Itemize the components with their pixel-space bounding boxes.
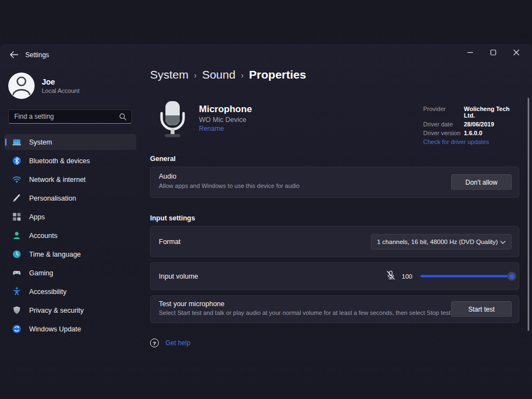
breadcrumb-properties: Properties xyxy=(249,68,306,81)
sidebar-item-windows-update[interactable]: Windows Update xyxy=(4,321,136,337)
slider-thumb[interactable] xyxy=(507,272,516,281)
sidebar-item-label: Accessibility xyxy=(29,288,66,296)
search-input[interactable] xyxy=(9,113,131,120)
avatar[interactable] xyxy=(8,73,35,99)
game-controller-icon xyxy=(12,268,21,278)
driver-info: Provider Wolicheng Tech Ltd. Driver date… xyxy=(423,106,516,145)
volume-slider[interactable] xyxy=(420,272,512,281)
device-subtitle: WO Mic Device xyxy=(199,116,246,124)
bluetooth-icon xyxy=(12,156,21,165)
sidebar-nav: System Bluetooth & devices Network & int… xyxy=(4,134,136,337)
microphone-device-icon xyxy=(158,100,187,145)
driver-row-provider: Provider Wolicheng Tech Ltd. xyxy=(423,106,516,119)
sidebar-item-label: Gaming xyxy=(29,269,53,277)
input-settings-heading: Input settings xyxy=(150,214,195,222)
minimize-button[interactable] xyxy=(458,44,481,62)
close-button[interactable] xyxy=(505,44,528,62)
sidebar-item-label: System xyxy=(29,138,52,146)
format-label: Format xyxy=(159,238,181,246)
input-volume-label: Input volume xyxy=(159,273,198,280)
start-test-button[interactable]: Start test xyxy=(451,301,512,318)
driver-label: Provider xyxy=(423,106,464,119)
sidebar-item-label: Apps xyxy=(29,213,45,221)
general-heading: General xyxy=(150,155,176,163)
search-icon xyxy=(119,113,127,123)
chevron-down-icon xyxy=(500,239,506,245)
system-icon xyxy=(12,137,21,147)
clock-globe-icon xyxy=(12,250,21,259)
maximize-button[interactable] xyxy=(481,44,505,62)
sidebar-item-apps[interactable]: Apps xyxy=(4,209,136,225)
volume-control-group: 100 xyxy=(385,269,512,283)
driver-label: Driver version xyxy=(423,130,464,136)
breadcrumb: System › Sound › Properties xyxy=(150,68,306,81)
get-help-label: Get help xyxy=(165,339,190,347)
sidebar-item-network-internet[interactable]: Network & internet xyxy=(4,171,136,187)
sidebar-item-bluetooth-devices[interactable]: Bluetooth & devices xyxy=(4,153,136,169)
format-dropdown[interactable]: 1 channels, 16 bit, 48000 Hz (DVD Qualit… xyxy=(371,234,512,250)
sidebar-item-accessibility[interactable]: Accessibility xyxy=(4,284,136,300)
test-microphone-card: Test your microphone Select Start test a… xyxy=(150,295,519,323)
paintbrush-icon xyxy=(12,193,21,203)
sidebar-item-label: Privacy & security xyxy=(29,307,84,314)
back-arrow-icon xyxy=(9,51,19,61)
audio-card: Audio Allow apps and Windows to use this… xyxy=(150,167,519,198)
user-name: Joe xyxy=(42,77,55,86)
driver-value: Wolicheng Tech Ltd. xyxy=(464,106,516,119)
sidebar-item-label: Time & language xyxy=(29,251,81,258)
driver-value: 1.6.0.0 xyxy=(464,130,483,136)
person-icon xyxy=(12,231,21,240)
chevron-right-icon: › xyxy=(194,71,197,80)
driver-row-date: Driver date 28/06/2019 xyxy=(423,121,516,128)
search-box xyxy=(8,109,132,124)
minimize-icon xyxy=(467,48,473,58)
wifi-icon xyxy=(12,175,21,184)
input-volume-card: Input volume 100 xyxy=(150,262,519,290)
breadcrumb-sound[interactable]: Sound xyxy=(202,68,236,81)
chevron-right-icon: › xyxy=(241,71,243,80)
close-icon xyxy=(513,48,519,58)
sidebar-item-label: Accounts xyxy=(29,232,57,240)
volume-slider-fill xyxy=(420,275,512,278)
update-icon xyxy=(12,324,21,334)
help-icon: ? xyxy=(150,339,159,347)
rename-link[interactable]: Rename xyxy=(199,125,224,132)
user-account-type: Local Account xyxy=(42,87,80,94)
sidebar-item-privacy-security[interactable]: Privacy & security xyxy=(4,302,136,318)
sidebar-item-label: Personalisation xyxy=(29,195,76,202)
slider-track[interactable] xyxy=(420,275,512,278)
sidebar-item-label: Bluetooth & devices xyxy=(29,157,90,165)
sidebar-item-gaming[interactable]: Gaming xyxy=(4,265,136,281)
sidebar-item-personalisation[interactable]: Personalisation xyxy=(4,190,136,206)
selection-indicator xyxy=(5,138,7,146)
driver-row-version: Driver version 1.6.0.0 xyxy=(423,130,516,136)
maximize-icon xyxy=(490,48,496,58)
apps-icon xyxy=(12,212,21,221)
accessibility-icon xyxy=(12,287,21,296)
sidebar-item-label: Windows Update xyxy=(29,325,81,333)
format-value: 1 channels, 16 bit, 48000 Hz (DVD Qualit… xyxy=(377,239,498,245)
sidebar-item-system[interactable]: System xyxy=(4,134,136,150)
app-title: Settings xyxy=(25,51,49,59)
sidebar-item-time-language[interactable]: Time & language xyxy=(4,246,136,262)
driver-value: 28/06/2019 xyxy=(464,121,494,128)
window-controls xyxy=(458,44,528,62)
check-driver-updates-link[interactable]: Check for driver updates xyxy=(423,138,516,145)
shield-icon xyxy=(12,306,21,315)
driver-label: Driver date xyxy=(423,121,464,128)
settings-window: Settings Joe Local Account xyxy=(0,44,532,399)
back-button[interactable] xyxy=(7,49,21,62)
microphone-muted-icon[interactable] xyxy=(385,269,396,283)
sidebar-item-accounts[interactable]: Accounts xyxy=(4,228,136,243)
dont-allow-button[interactable]: Don't allow xyxy=(451,174,512,191)
device-name: Microphone xyxy=(199,104,252,115)
sidebar-item-label: Network & internet xyxy=(29,176,86,184)
breadcrumb-system[interactable]: System xyxy=(150,68,189,81)
volume-value: 100 xyxy=(402,273,414,280)
get-help-link[interactable]: ? Get help xyxy=(150,339,190,347)
user-icon xyxy=(8,71,35,100)
vertical-scrollbar[interactable] xyxy=(528,98,529,331)
format-card: Format 1 channels, 16 bit, 48000 Hz (DVD… xyxy=(150,226,519,257)
desktop-backdrop: Settings Joe Local Account xyxy=(0,0,532,399)
